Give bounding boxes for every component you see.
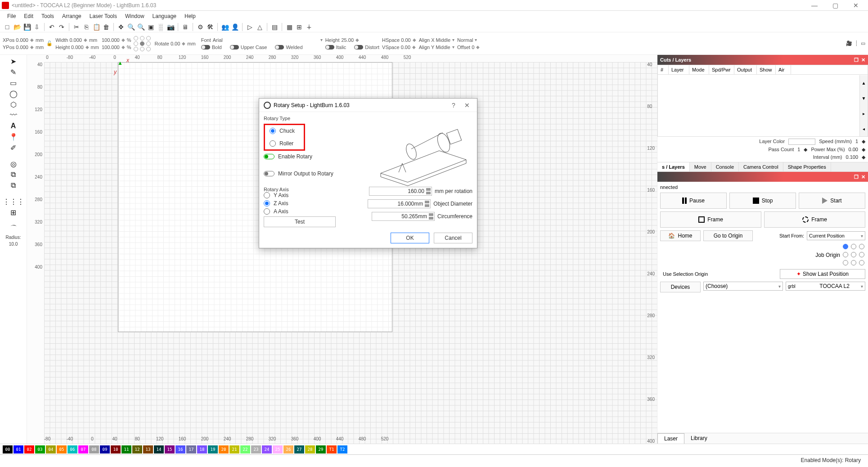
open-icon[interactable]: 📂	[13, 22, 22, 31]
color-swatch-T1[interactable]: T1	[327, 445, 337, 454]
frame-circle-button[interactable]: Frame	[764, 211, 865, 228]
a-axis-radio[interactable]: A Axis	[264, 208, 336, 215]
spin-icon[interactable]: ◆	[476, 45, 480, 49]
color-swatch-23[interactable]: 23	[251, 445, 261, 454]
object-diameter-field[interactable]: 16.000mm	[368, 199, 431, 208]
menu-language[interactable]: Language	[149, 12, 180, 20]
close-button[interactable]: ✕	[846, 0, 866, 11]
boolean2-icon[interactable]: ⧉	[8, 181, 19, 190]
draw-line-tool-icon[interactable]: ✎	[8, 67, 19, 76]
lock-icon[interactable]: 🔓	[46, 40, 53, 46]
cuts-layers-table[interactable]: # Layer Mode Spd/Pwr Output Show Air ▲ ▼…	[657, 65, 868, 137]
color-swatch-16[interactable]: 16	[175, 445, 185, 454]
color-swatch-04[interactable]: 04	[46, 445, 56, 454]
spin-icon[interactable]: ◆	[804, 147, 807, 153]
menu-help[interactable]: Help	[181, 12, 199, 20]
tab-cuts-layers[interactable]: s / Layers	[657, 162, 690, 171]
snap-icon[interactable]: ∔	[305, 22, 314, 31]
col-layer[interactable]: Layer	[669, 65, 689, 74]
z-axis-radio[interactable]: Z Axis	[264, 200, 336, 207]
spin-icon[interactable]: ◆	[862, 139, 865, 145]
normal-label[interactable]: Normal	[457, 37, 473, 43]
color-swatch-28[interactable]: 28	[305, 445, 315, 454]
color-swatch-03[interactable]: 03	[35, 445, 45, 454]
device-icon[interactable]: 🛠	[206, 22, 215, 31]
pan-icon[interactable]: ✥	[117, 22, 126, 31]
pin-tool-icon[interactable]: 📍	[8, 132, 19, 141]
spin-icon[interactable]: ◆	[355, 37, 359, 42]
anchor-dot[interactable]	[146, 41, 151, 46]
color-swatch-08[interactable]: 08	[89, 445, 99, 454]
mm-per-rotation-field[interactable]: 160.00	[369, 187, 432, 196]
anchor-dot[interactable]	[140, 47, 144, 51]
spin-icon[interactable]: ◆	[85, 45, 89, 49]
devices-button[interactable]: Devices	[660, 282, 701, 292]
tab-shape-props[interactable]: Shape Properties	[783, 162, 831, 171]
camera-icon[interactable]: 📷	[166, 22, 175, 31]
cut-icon[interactable]: ✂	[72, 22, 81, 31]
col-num[interactable]: #	[658, 65, 669, 74]
flipy-icon[interactable]: △	[255, 22, 264, 31]
preview-icon[interactable]: 🖥	[181, 22, 190, 31]
col-air[interactable]: Air	[776, 65, 791, 74]
panel-popout-icon[interactable]: ❐	[854, 57, 859, 63]
speed-value[interactable]: 1	[855, 139, 858, 145]
color-swatch-21[interactable]: 21	[229, 445, 239, 454]
array-grid-icon[interactable]: ⋮⋮⋮	[8, 197, 19, 206]
zoom-in-icon[interactable]: 🔍	[126, 22, 135, 31]
aligny-label[interactable]: Align Y Middle	[419, 45, 450, 50]
circumference-field[interactable]: 50.265mm	[372, 212, 435, 221]
color-swatch-12[interactable]: 12	[132, 445, 142, 454]
mirror-output-toggle[interactable]	[264, 171, 274, 176]
home-button[interactable]: 🏠Home	[660, 230, 701, 241]
spin-icon[interactable]: ◆	[182, 41, 185, 46]
maximize-button[interactable]: ▢	[825, 0, 846, 11]
job-origin-grid[interactable]	[843, 244, 865, 266]
anchor-dot[interactable]	[134, 41, 138, 46]
welded-toggle[interactable]	[275, 45, 284, 49]
menu-window[interactable]: Window	[121, 12, 148, 20]
color-swatch-05[interactable]: 05	[57, 445, 67, 454]
alignx-label[interactable]: Align X Middle	[419, 37, 450, 43]
chuck-radio[interactable]: Chuck	[270, 128, 299, 134]
move-up-icon[interactable]: ▲	[862, 81, 866, 85]
menu-tools[interactable]: Tools	[38, 12, 58, 20]
copy-icon[interactable]: ⎘	[82, 22, 91, 31]
box-icon[interactable]: ▭	[861, 40, 865, 46]
save-icon[interactable]: 💾	[22, 22, 31, 31]
text-tool-icon[interactable]: A	[8, 121, 19, 130]
anchor-dot[interactable]	[146, 36, 151, 40]
color-swatch-07[interactable]: 07	[78, 445, 88, 454]
move-left-icon[interactable]: ◂	[863, 126, 865, 131]
col-spdpwr[interactable]: Spd/Pwr	[709, 65, 734, 74]
chevron-down-icon[interactable]: ▾	[475, 37, 477, 42]
color-swatch-29[interactable]: 29	[316, 445, 326, 454]
power-value[interactable]: 0.00	[849, 147, 858, 153]
grid-icon[interactable]: ⊞	[295, 22, 304, 31]
group-icon[interactable]: 👥	[220, 22, 229, 31]
offset-label[interactable]: Offset 0	[457, 45, 474, 50]
color-swatch-22[interactable]: 22	[240, 445, 250, 454]
go-to-origin-button[interactable]: Go to Origin	[703, 230, 753, 241]
color-swatch-20[interactable]: 20	[219, 445, 229, 454]
spin-icon[interactable]: ◆	[862, 147, 865, 153]
radius-value[interactable]: 10.0	[9, 242, 18, 247]
anchor-dot[interactable]	[140, 41, 144, 46]
dialog-close-button[interactable]: ✕	[462, 100, 472, 111]
color-swatch-01[interactable]: 01	[13, 445, 23, 454]
col-mode[interactable]: Mode	[689, 65, 709, 74]
spin-icon[interactable]: ◆	[30, 45, 34, 49]
layer-color-box[interactable]	[788, 139, 815, 145]
frame-square-button[interactable]: Frame	[660, 211, 761, 228]
tab-move[interactable]: Move	[690, 162, 711, 171]
chevron-down-icon[interactable]: ▾	[320, 37, 323, 42]
font-value[interactable]: Arial	[213, 37, 319, 43]
anchor-dot[interactable]	[140, 36, 144, 40]
color-swatch-14[interactable]: 14	[154, 445, 164, 454]
chevron-down-icon[interactable]: ▾	[452, 37, 454, 42]
bold-toggle[interactable]	[201, 45, 210, 49]
col-output[interactable]: Output	[734, 65, 757, 74]
spin-icon[interactable]: ◆	[412, 45, 416, 49]
enable-rotary-toggle[interactable]	[264, 154, 274, 159]
tab-library[interactable]: Library	[684, 433, 714, 444]
